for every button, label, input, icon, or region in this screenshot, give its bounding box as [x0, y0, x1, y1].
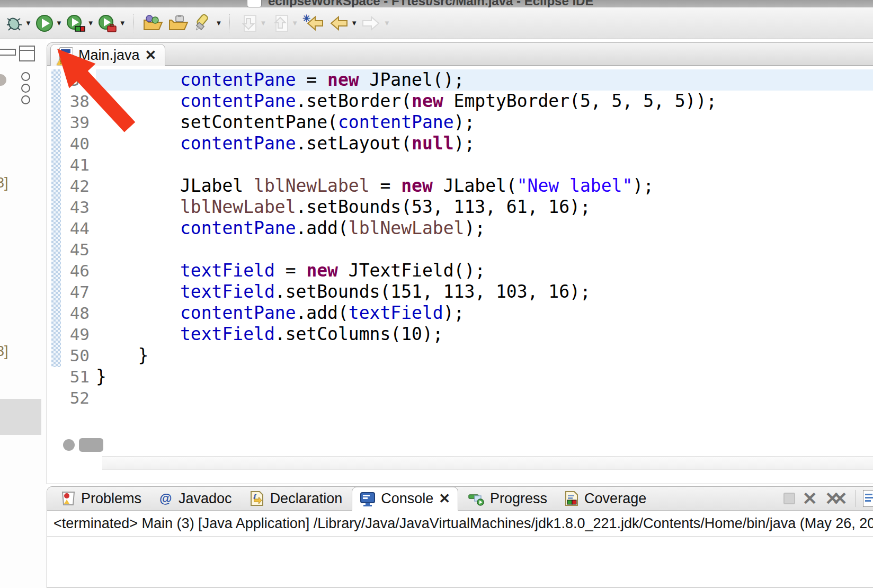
debug-dropdown[interactable]: ▼ — [25, 19, 32, 27]
external-tools-dropdown[interactable]: ▼ — [119, 19, 126, 27]
back-dropdown[interactable]: ▼ — [351, 19, 358, 27]
forward-button[interactable]: ▼ — [361, 13, 390, 33]
tab-problems[interactable]: Problems — [54, 487, 149, 510]
forward-dropdown[interactable]: ▼ — [384, 19, 390, 27]
coverage-run-button[interactable]: ▼ — [66, 14, 94, 33]
code-line-46[interactable]: textField = new JTextField(); — [96, 260, 873, 281]
code-line-38[interactable]: contentPane.setBorder(new EmptyBorder(5,… — [96, 91, 873, 112]
line-number-gutter[interactable]: 37383940414243444546474849505152 — [61, 69, 95, 408]
previous-annotation-button[interactable]: ▼ — [270, 13, 298, 33]
javadoc-tab-label: Javadoc — [179, 491, 232, 507]
import-folder-button[interactable] — [167, 14, 190, 33]
next-annotation-icon — [238, 13, 258, 33]
code-line-51[interactable]: } — [96, 366, 873, 387]
java-file-warning-icon — [59, 47, 73, 63]
scroll-decoration-thumb[interactable] — [79, 438, 103, 452]
tab-progress[interactable]: Progress — [460, 487, 555, 510]
annotation-ruler[interactable] — [51, 69, 61, 367]
code-line-44[interactable]: contentPane.add(lblNewLabel); — [96, 218, 873, 239]
code-line-47[interactable]: textField.setBounds(151, 113, 103, 16); — [96, 281, 873, 302]
clipped-text-fragment: 3] — [0, 343, 8, 360]
tab-console[interactable]: Console ✕ — [352, 487, 458, 511]
bottom-views-panel: Problems @ Javadoc { Declaration — [47, 486, 873, 588]
window-title: eclipseWorkSpace - FTtest/src/Main.java … — [268, 0, 593, 8]
progress-tab-label: Progress — [490, 491, 547, 507]
next-annotation-button[interactable]: ▼ — [238, 13, 266, 33]
open-console-icon[interactable] — [863, 490, 873, 507]
code-line-52[interactable] — [96, 387, 873, 408]
main-toolbar: ▼ ▼ ▼ ▼ — [0, 7, 873, 39]
coverage-tab-label: Coverage — [584, 491, 646, 507]
editor-tab-label: Main.java — [78, 47, 140, 64]
code-line-40[interactable]: contentPane.setLayout(null); — [96, 133, 873, 154]
previous-annotation-dropdown[interactable]: ▼ — [291, 19, 298, 27]
restore-view-icon[interactable] — [0, 49, 16, 56]
editor-tab-bar: Main.java ✕ — [47, 43, 873, 66]
progress-icon — [468, 491, 485, 506]
tab-main-java[interactable]: Main.java ✕ — [50, 44, 165, 66]
collapsed-panel-bar — [0, 399, 41, 435]
marker-pen-button[interactable]: ▼ — [193, 13, 222, 33]
code-line-43[interactable]: lblNewLabel.setBounds(53, 113, 61, 16); — [96, 197, 873, 218]
close-console-tab-icon[interactable]: ✕ — [439, 491, 450, 507]
view-menu-icon[interactable] — [21, 72, 30, 107]
code-line-45[interactable] — [96, 239, 873, 260]
back-button[interactable]: ▼ — [328, 13, 358, 33]
maximize-view-icon[interactable] — [19, 46, 35, 61]
back-icon — [328, 13, 349, 33]
console-icon — [360, 491, 376, 507]
debug-icon — [5, 14, 23, 32]
open-folder-button[interactable] — [142, 14, 164, 33]
import-folder-icon — [167, 14, 190, 33]
external-tools-run-button[interactable]: ▼ — [97, 14, 126, 33]
problems-icon — [61, 491, 76, 506]
tab-javadoc[interactable]: @ Javadoc — [151, 487, 239, 510]
last-edit-location-button[interactable]: ✳ — [301, 13, 325, 33]
debug-button[interactable]: ▼ — [5, 14, 32, 32]
editor-panel: Main.java ✕ 3738394041424344454647484950… — [47, 42, 873, 484]
clipped-text-fragment: 3] — [0, 175, 8, 191]
terminate-icon[interactable] — [783, 493, 795, 504]
code-line-39[interactable]: setContentPane(contentPane); — [96, 112, 873, 133]
horizontal-scrollbar[interactable] — [102, 456, 873, 470]
toolbar-separator — [855, 490, 856, 507]
code-line-41[interactable] — [96, 154, 873, 175]
run-icon — [35, 14, 54, 33]
remove-launch-icon[interactable]: ✕ — [803, 489, 818, 507]
remove-all-terminated-icon[interactable]: ✕✕ — [825, 489, 848, 507]
open-folder-icon — [142, 14, 164, 33]
run-button[interactable]: ▼ — [35, 14, 63, 33]
code-line-37[interactable]: contentPane = new JPanel(); — [96, 69, 873, 91]
code-text[interactable]: contentPane = new JPanel(); contentPane.… — [96, 69, 873, 408]
bottom-views-tab-bar: Problems @ Javadoc { Declaration — [47, 487, 873, 511]
console-toolbar: ✕ ✕✕ — [783, 487, 870, 510]
previous-annotation-icon — [270, 13, 290, 33]
console-process-title: <terminated> Main (3) [Java Application]… — [47, 511, 873, 537]
code-line-42[interactable]: JLabel lblNewLabel = new JLabel("New lab… — [96, 175, 873, 197]
window-title-bar: eclipseWorkSpace - FTtest/src/Main.java … — [0, 0, 873, 8]
window-proxy-icon — [247, 0, 262, 7]
tab-declaration[interactable]: { Declaration — [242, 487, 350, 510]
minimized-view-strip: 3] 3] — [0, 39, 47, 588]
next-annotation-dropdown[interactable]: ▼ — [260, 19, 266, 27]
declaration-icon: { — [249, 491, 265, 506]
close-tab-icon[interactable]: ✕ — [145, 47, 157, 64]
code-line-48[interactable]: contentPane.add(textField); — [96, 302, 873, 324]
forward-icon — [361, 13, 382, 33]
marker-pen-dropdown[interactable]: ▼ — [216, 19, 222, 27]
scroll-decoration-circle — [63, 439, 75, 451]
marker-pen-icon — [193, 13, 214, 33]
code-line-49[interactable]: textField.setColumns(10); — [96, 324, 873, 345]
last-edit-location-icon: ✳ — [301, 13, 325, 33]
javadoc-icon: @ — [158, 491, 173, 506]
coverage-run-icon — [66, 14, 86, 33]
toolbar-separator — [133, 14, 135, 32]
code-editor[interactable]: 37383940414243444546474849505152 content… — [47, 65, 873, 484]
coverage-run-dropdown[interactable]: ▼ — [87, 19, 94, 27]
tab-coverage[interactable]: Coverage — [557, 487, 654, 510]
problems-tab-label: Problems — [81, 491, 141, 507]
run-dropdown[interactable]: ▼ — [56, 19, 63, 27]
svg-text:@: @ — [159, 491, 172, 505]
code-line-50[interactable]: } — [96, 345, 873, 366]
view-thumbnail-icon[interactable] — [0, 74, 6, 86]
